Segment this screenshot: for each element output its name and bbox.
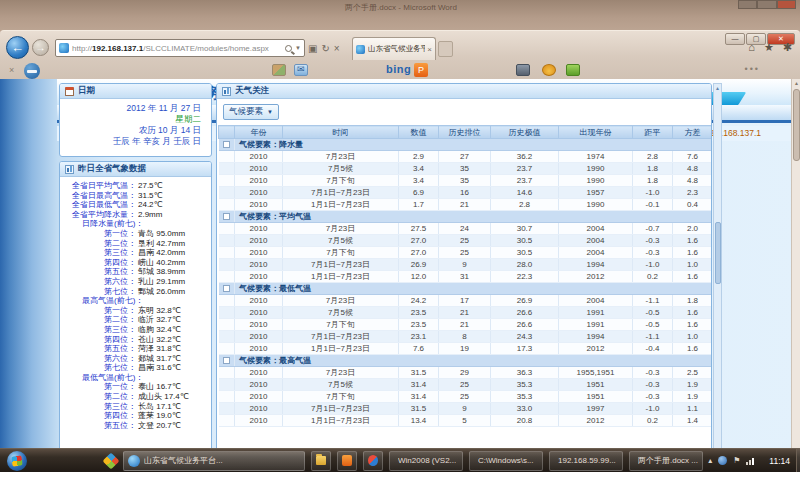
weather-panel-header: 昨日全省气象数据 <box>60 162 211 177</box>
chart-icon <box>65 165 74 174</box>
taskbar-clock[interactable]: 11:14 <box>769 456 790 466</box>
more-options-icon[interactable]: ••• <box>745 64 760 74</box>
taskbar-app-button-3[interactable]: 两个手册.docx ... <box>629 451 703 471</box>
weather-stat-line: 第五位：邹城 38.9mm <box>60 267 211 277</box>
back-button[interactable]: ← <box>6 36 29 59</box>
browser-scrollbar[interactable]: ▲ <box>791 79 800 473</box>
taskbar-explorer-button[interactable] <box>311 451 331 471</box>
tray-blue-icon[interactable] <box>718 456 727 465</box>
address-bar[interactable]: http://192.168.137.1/SLCCLIMATE/modules/… <box>55 39 305 57</box>
addon-compass-icon[interactable] <box>24 63 40 79</box>
new-tab-button[interactable] <box>438 41 453 57</box>
weekday: 星期二 <box>60 114 201 125</box>
content-scrollbar[interactable]: ▲ <box>713 83 722 473</box>
browser-window: — ▢ ✕ ← → http://192.168.137.1/SLCCLIMAT… <box>0 30 800 472</box>
table-row[interactable]: 20107月5候31.42535.31951-0.31.9 <box>219 379 713 391</box>
table-row[interactable]: 20107月23日27.52430.72004-0.72.0 <box>219 223 713 235</box>
table-row[interactable]: 20107月1日~7月23日26.9928.01994-1.01.0 <box>219 259 713 271</box>
stat-value: 崂山 40.2mm <box>138 258 185 268</box>
table-row[interactable]: 20101月1日~7月23日13.4520.820120.21.4 <box>219 415 713 427</box>
content-scrollbar-thumb[interactable] <box>715 222 721 284</box>
taskbar-app-button-0[interactable]: Win2008 (VS2... <box>389 451 463 471</box>
stat-value: 成山头 17.4℃ <box>138 392 189 402</box>
table-cell: 2010 <box>235 331 283 343</box>
table-row[interactable]: 20101月1日~7月23日7.61917.32012-0.41.6 <box>219 343 713 355</box>
gear-icon[interactable]: ✱ <box>783 41 792 54</box>
show-desktop-button[interactable] <box>796 449 800 473</box>
table-row[interactable]: 20107月5候27.02530.52004-0.31.6 <box>219 235 713 247</box>
table-cell: 2010 <box>235 391 283 403</box>
stop-icon[interactable]: × <box>334 43 340 54</box>
start-button[interactable] <box>7 451 27 471</box>
browser-tab[interactable]: 山东省气候业务平... × <box>352 37 436 60</box>
taskbar-ie-button[interactable]: 山东省气候业务平台... <box>123 451 305 471</box>
mail-icon[interactable] <box>294 64 308 76</box>
refresh-icon[interactable]: ↻ <box>321 43 329 54</box>
table-cell: 7月下旬 <box>283 175 399 187</box>
favorites-close-icon[interactable]: × <box>9 65 14 75</box>
search-dropdown-icon[interactable]: ▼ <box>295 45 301 51</box>
header-checkbox-cell <box>219 126 235 139</box>
table-row[interactable]: 20107月下旬3.43523.719901.84.8 <box>219 175 713 187</box>
table-cell: 28.0 <box>491 259 559 271</box>
pinwheel-icon[interactable] <box>103 452 120 469</box>
table-group-row: 气候要素：最低气温 <box>219 283 713 295</box>
addon-paw-icon[interactable] <box>542 64 556 76</box>
addon-cards-icon[interactable] <box>272 64 286 76</box>
browser-scroll-up-icon[interactable]: ▲ <box>793 80 800 86</box>
browser-scrollbar-thumb[interactable] <box>793 89 800 161</box>
table-row[interactable]: 20107月23日31.52936.31955,1951-0.32.5 <box>219 367 713 379</box>
table-row[interactable]: 20107月1日~7月23日6.91614.61957-1.02.3 <box>219 187 713 199</box>
search-icon[interactable] <box>285 45 292 52</box>
table-cell: 2010 <box>235 415 283 427</box>
table-cell: 2010 <box>235 199 283 211</box>
hidden-icons-arrow[interactable]: ▴ <box>708 456 712 465</box>
group-checkbox[interactable] <box>223 141 230 148</box>
bing-logo[interactable]: bing <box>386 63 411 75</box>
scroll-up-icon[interactable]: ▲ <box>714 85 721 91</box>
date-panel-header: 日期 <box>60 84 211 99</box>
taskbar-app-button-1[interactable]: C:\Windows\s... <box>469 451 543 471</box>
favorites-star-icon[interactable]: ★ <box>764 41 774 54</box>
table-cell: 0.2 <box>633 271 673 283</box>
taskbar-app-label: 192.168.59.99... <box>558 456 616 465</box>
column-header-3: 历史排位 <box>439 126 491 139</box>
group-checkbox[interactable] <box>223 213 230 220</box>
table-row[interactable]: 20107月下旬27.02530.52004-0.31.6 <box>219 247 713 259</box>
weather-stat-line: 第一位：泰山 16.7℃ <box>60 382 211 392</box>
table-row[interactable]: 20107月1日~7月23日23.1824.31994-1.11.0 <box>219 331 713 343</box>
taskbar-media-app-button[interactable] <box>363 451 383 471</box>
table-row[interactable]: 20107月5候3.43523.719901.84.8 <box>219 163 713 175</box>
address-search-controls[interactable]: ▼ <box>285 45 301 52</box>
addon-green-icon[interactable] <box>566 64 580 76</box>
action-center-flag-icon[interactable]: ⚑ <box>733 456 740 465</box>
home-icon[interactable]: ⌂ <box>748 41 755 54</box>
table-row[interactable]: 20101月1日~7月23日12.03122.320120.21.6 <box>219 271 713 283</box>
tab-title: 山东省气候业务平... <box>368 44 425 54</box>
group-label: 气候要素：降水量 <box>235 139 713 151</box>
stat-label: 第三位： <box>60 325 136 335</box>
table-row[interactable]: 20107月23日24.21726.92004-1.11.8 <box>219 295 713 307</box>
rank-section-title: 最高气温(前七)： <box>82 296 211 306</box>
tab-close-icon[interactable]: × <box>427 45 432 54</box>
taskbar-orange-app-button[interactable] <box>337 451 357 471</box>
table-row[interactable]: 20107月5候23.52126.61991-0.51.6 <box>219 307 713 319</box>
taskbar-app-button-2[interactable]: 192.168.59.99... <box>549 451 623 471</box>
group-checkbox[interactable] <box>223 285 230 292</box>
addon-orange-icon[interactable]: P <box>414 63 428 77</box>
table-row[interactable]: 20107月23日2.92736.219742.87.6 <box>219 151 713 163</box>
table-cell: 0.4 <box>673 199 713 211</box>
stat-label: 第五位： <box>60 344 136 354</box>
table-row[interactable]: 20107月下旬31.42535.31951-0.31.9 <box>219 391 713 403</box>
stat-value: 乳山 29.1mm <box>138 277 185 287</box>
screenshot-icon[interactable] <box>516 64 530 76</box>
network-icon[interactable] <box>746 456 755 465</box>
stat-label: 第二位： <box>60 315 136 325</box>
group-checkbox[interactable] <box>223 357 230 364</box>
table-row[interactable]: 20101月1日~7月23日1.7212.81990-0.10.4 <box>219 199 713 211</box>
table-row[interactable]: 20107月下旬23.52126.61991-0.51.6 <box>219 319 713 331</box>
compatibility-view-icon[interactable]: ▣ <box>308 43 317 54</box>
table-row[interactable]: 20107月1日~7月23日31.5933.01997-1.01.1 <box>219 403 713 415</box>
forward-button[interactable]: → <box>32 39 49 56</box>
climate-element-button[interactable]: 气候要素 ▼ <box>223 104 279 120</box>
